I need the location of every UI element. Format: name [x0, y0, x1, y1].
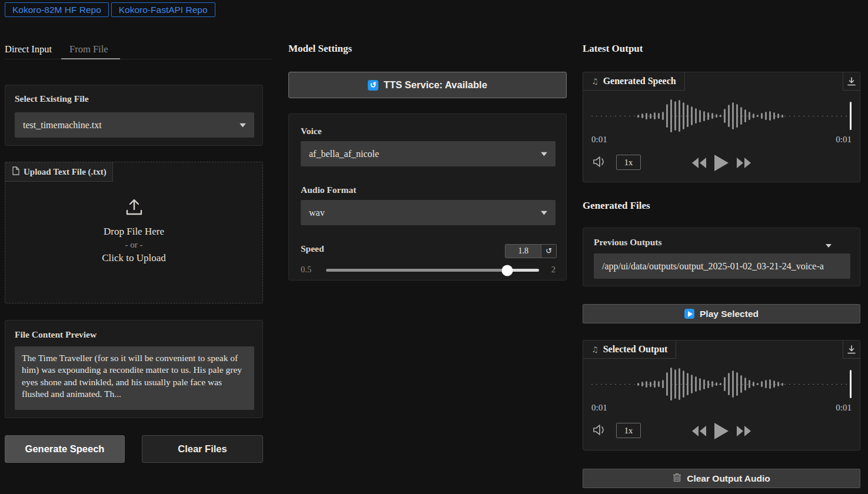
- transport-controls: [692, 422, 751, 440]
- music-note-icon: ♫: [591, 77, 598, 86]
- music-note-icon: ♫: [591, 345, 598, 354]
- current-time: 0:01: [591, 135, 607, 145]
- chevron-down-icon: [541, 152, 547, 156]
- voice-label: Voice: [301, 126, 322, 136]
- rewind-icon[interactable]: [692, 158, 706, 168]
- select-existing-file-panel: Select Existing File test_timemachine.tx…: [5, 85, 263, 146]
- player-label-box: ♫ Selected Output: [583, 341, 676, 359]
- upload-icon: [125, 208, 144, 218]
- trash-icon: [673, 473, 681, 485]
- player-controls: 1x: [591, 422, 852, 440]
- fast-forward-icon[interactable]: [737, 426, 751, 436]
- volume-icon[interactable]: [593, 155, 607, 171]
- current-time: 0:01: [591, 403, 607, 413]
- waveform[interactable]: [591, 366, 852, 402]
- playback-cursor[interactable]: [850, 370, 852, 398]
- fast-forward-icon[interactable]: [737, 158, 751, 168]
- chevron-down-icon: [240, 123, 246, 127]
- voice-dropdown[interactable]: af_bella_af_nicole: [301, 141, 556, 166]
- play-icon[interactable]: [714, 423, 729, 439]
- speed-label: Speed: [301, 243, 324, 254]
- speed-max-label: 2: [551, 265, 556, 275]
- previous-outputs-panel: Previous Outputs /app/ui/data/outputs/ou…: [583, 228, 860, 286]
- player-label-box: ♫ Generated Speech: [583, 72, 685, 91]
- clear-files-button[interactable]: Clear Files: [142, 435, 263, 463]
- upload-file-badge: Upload Text File (.txt): [5, 162, 113, 182]
- upload-dropzone[interactable]: Upload Text File (.txt) Drop File Here -…: [5, 162, 263, 303]
- speed-min-label: 0.5: [301, 265, 311, 275]
- tts-service-status-text: TTS Service: Available: [384, 79, 487, 91]
- tts-service-status-button[interactable]: ↺ TTS Service: Available: [288, 72, 567, 98]
- clear-output-audio-button[interactable]: Clear Output Audio: [583, 469, 860, 488]
- audio-format-value: wav: [309, 208, 325, 218]
- chevron-down-icon: [541, 211, 547, 215]
- player-title: Generated Speech: [603, 76, 676, 86]
- generate-speech-button[interactable]: Generate Speech: [5, 435, 125, 463]
- speed-slider[interactable]: [326, 269, 539, 272]
- speed-slider-row: 0.5 2: [301, 264, 556, 276]
- select-existing-file-label: Select Existing File: [15, 94, 89, 104]
- volume-icon[interactable]: [593, 423, 607, 439]
- existing-file-value: test_timemachine.txt: [23, 120, 102, 130]
- click-to-upload-text: Click to Upload: [5, 252, 262, 264]
- settings-panel: Voice af_bella_af_nicole Audio Format wa…: [288, 114, 567, 281]
- output-column: Latest Output ♫ Generated Speech 0:01 0:…: [583, 0, 860, 494]
- time-row: 0:01 0:01: [591, 135, 852, 146]
- player-title: Selected Output: [603, 344, 668, 355]
- generated-speech-player: ♫ Generated Speech 0:01 0:01 1x: [583, 72, 860, 182]
- refresh-icon: ↺: [368, 80, 378, 91]
- total-time: 0:01: [836, 135, 852, 145]
- player-header: ♫ Selected Output: [583, 341, 860, 359]
- chevron-down-icon: [826, 239, 832, 250]
- time-row: 0:01 0:01: [591, 403, 852, 415]
- speed-number-group: 1.8 ↺: [505, 244, 557, 258]
- previous-outputs-dropdown[interactable]: /app/ui/data/outputs/output_2025-01-02_0…: [594, 253, 850, 279]
- or-text: - or -: [5, 240, 262, 250]
- voice-value: af_bella_af_nicole: [309, 149, 379, 159]
- latest-output-title: Latest Output: [583, 43, 643, 55]
- play-selected-button[interactable]: Play Selected: [583, 304, 860, 323]
- rewind-icon[interactable]: [692, 426, 706, 436]
- audio-format-dropdown[interactable]: wav: [301, 200, 556, 225]
- file-content-preview-label: File Content Preview: [15, 329, 97, 340]
- play-button-icon: [684, 309, 694, 319]
- model-settings-column: Model Settings ↺ TTS Service: Available …: [288, 0, 567, 494]
- playback-rate-button[interactable]: 1x: [616, 423, 641, 438]
- play-icon[interactable]: [714, 155, 729, 171]
- player-controls: 1x: [591, 153, 852, 172]
- model-settings-title: Model Settings: [288, 43, 352, 55]
- upload-instructions: Drop File Here - or - Click to Upload: [5, 198, 262, 264]
- playback-cursor[interactable]: [850, 102, 852, 130]
- transport-controls: [692, 153, 751, 172]
- previous-outputs-label: Previous Outputs: [594, 237, 662, 248]
- total-time: 0:01: [836, 403, 852, 413]
- player-header: ♫ Generated Speech: [583, 72, 860, 91]
- file-input-column: Select Existing File test_timemachine.tx…: [5, 0, 264, 494]
- drop-file-text: Drop File Here: [5, 226, 262, 238]
- reset-icon[interactable]: ↺: [541, 245, 556, 258]
- speed-slider-handle[interactable]: [501, 265, 513, 276]
- action-buttons-row: Generate Speech Clear Files: [5, 435, 263, 463]
- speed-number-input[interactable]: 1.8: [505, 245, 541, 258]
- play-selected-label: Play Selected: [700, 309, 759, 319]
- audio-format-label: Audio Format: [301, 185, 356, 195]
- file-icon: [12, 166, 19, 178]
- generated-files-title: Generated Files: [583, 200, 650, 212]
- upload-file-label: Upload Text File (.txt): [24, 167, 107, 177]
- clear-output-audio-label: Clear Output Audio: [687, 473, 770, 484]
- waveform[interactable]: [591, 98, 852, 133]
- download-icon[interactable]: [843, 72, 860, 91]
- file-content-preview-panel: File Content Preview The Time Traveller …: [5, 320, 263, 418]
- playback-rate-button[interactable]: 1x: [616, 155, 641, 170]
- file-content-preview-text[interactable]: The Time Traveller (for so it will be co…: [15, 346, 254, 410]
- download-icon[interactable]: [843, 341, 860, 359]
- existing-file-dropdown[interactable]: test_timemachine.txt: [15, 112, 254, 138]
- selected-output-player: ♫ Selected Output 0:01 0:01 1x: [583, 340, 860, 450]
